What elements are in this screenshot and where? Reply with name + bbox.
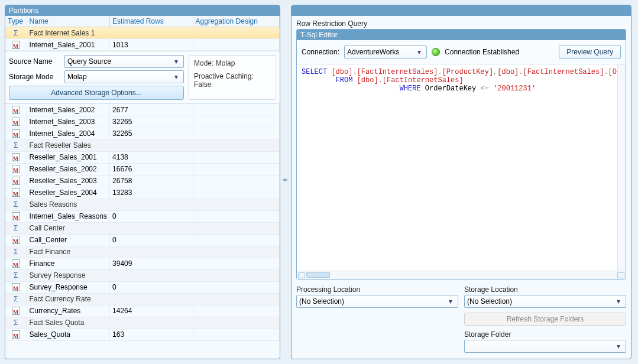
chevron-down-icon: ▾ <box>171 57 181 66</box>
cache-line: Proactive Caching: False <box>194 72 271 89</box>
processing-location-dropdown[interactable]: (No Selection) ▾ <box>296 295 458 308</box>
group-name: Sales Reasons <box>27 199 279 210</box>
table-row[interactable]: Internet_Sales_2001 1013 <box>5 39 280 51</box>
table-row[interactable]: Reseller_Sales_200216676 <box>5 163 280 175</box>
group-row[interactable]: ΣSurvey Response <box>5 269 280 281</box>
molap-icon <box>12 259 20 268</box>
group-row[interactable]: ΣFact Sales Quota <box>5 317 280 329</box>
refresh-storage-folders-button[interactable]: Refresh Storage Folders <box>464 313 626 326</box>
preview-query-button[interactable]: Preview Query <box>559 45 621 59</box>
partition-rows: 2677 <box>110 104 193 116</box>
partition-rows: 1013 <box>110 39 193 51</box>
table-row[interactable]: Internet_Sales_Reasons0 <box>5 210 280 222</box>
table-row[interactable]: Internet_Sales_20022677 <box>5 104 280 116</box>
group-name: Fact Reseller Sales <box>27 139 279 151</box>
chevron-down-icon: ▾ <box>614 342 623 350</box>
chevron-down-icon: ▾ <box>446 297 455 306</box>
table-row[interactable]: Call_Center0 <box>5 234 280 246</box>
sigma-icon: Σ <box>14 200 18 209</box>
group-name: Fact Finance <box>27 246 279 258</box>
partition-rows: 32265 <box>110 116 193 128</box>
advanced-storage-button[interactable]: Advanced Storage Options... <box>9 86 184 100</box>
source-name-value: Query Source <box>67 57 111 66</box>
molap-icon <box>12 165 20 173</box>
partition-rows: 32265 <box>110 128 193 139</box>
molap-icon <box>12 212 20 220</box>
table-row[interactable]: Reseller_Sales_200413283 <box>5 187 280 199</box>
table-row[interactable]: Internet_Sales_200332265 <box>5 116 280 128</box>
storage-location-value: (No Selection) <box>467 297 512 306</box>
group-name: Fact Currency Rate <box>27 293 279 305</box>
group-row[interactable]: ΣCall Center <box>5 222 280 234</box>
group-row[interactable]: ΣSales Reasons <box>5 199 280 210</box>
col-type[interactable]: Type <box>5 16 27 27</box>
group-name: Call Center <box>27 222 279 234</box>
partition-name: Internet_Sales_2001 <box>27 39 109 51</box>
col-agg[interactable]: Aggregation Design <box>193 16 279 27</box>
partition-name: Internet_Sales_Reasons <box>27 210 109 222</box>
group-name: Survey Response <box>27 269 279 281</box>
source-name-label: Source Name <box>9 57 61 66</box>
group-name: Fact Internet Sales 1 <box>27 27 279 39</box>
partition-detail: Source Name Query Source ▾ Storage Mode … <box>5 51 280 104</box>
partition-name: Reseller_Sales_2004 <box>27 187 109 199</box>
partition-name: Currency_Rates <box>27 305 109 317</box>
partition-name: Call_Center <box>27 234 109 246</box>
splitter-handle[interactable]: ◂▸ <box>282 176 288 186</box>
molap-icon <box>12 41 20 49</box>
horizontal-scrollbar[interactable] <box>297 271 626 279</box>
col-name[interactable]: Name <box>27 16 109 27</box>
partition-rows: 0 <box>110 281 193 293</box>
sigma-icon: Σ <box>14 29 18 37</box>
partition-name: Reseller_Sales_2002 <box>27 163 109 175</box>
partition-name: Reseller_Sales_2001 <box>27 151 109 163</box>
molap-icon <box>12 177 20 185</box>
connection-label: Connection: <box>302 48 339 56</box>
partition-rows: 14264 <box>110 305 193 317</box>
sigma-icon: Σ <box>14 248 18 256</box>
source-name-dropdown[interactable]: Query Source ▾ <box>64 55 184 68</box>
partition-rows: 4138 <box>110 151 193 163</box>
molap-icon <box>12 129 20 138</box>
partitions-panel: Partitions Type Name Estimated Rows Aggr… <box>5 5 280 359</box>
partition-name: Internet_Sales_2003 <box>27 116 109 128</box>
molap-icon <box>12 330 20 339</box>
group-row[interactable]: ΣFact Finance <box>5 246 280 258</box>
molap-icon <box>12 106 20 114</box>
storage-location-dropdown[interactable]: (No Selection) ▾ <box>464 295 626 308</box>
partition-name: Reseller_Sales_2003 <box>27 175 109 187</box>
sql-text-area[interactable]: SELECT [dbo].[FactInternetSales].[Produc… <box>297 64 626 271</box>
table-row[interactable]: Currency_Rates14264 <box>5 305 280 317</box>
table-row[interactable]: Internet_Sales_200432265 <box>5 128 280 139</box>
col-rows[interactable]: Estimated Rows <box>110 16 193 27</box>
partition-name: Internet_Sales_2002 <box>27 104 109 116</box>
partitions-title: Partitions <box>5 5 280 16</box>
table-row[interactable]: Survey_Response0 <box>5 281 280 293</box>
storage-folder-dropdown[interactable]: ▾ <box>464 340 626 353</box>
partition-rows: 39409 <box>110 258 193 269</box>
editor-title: T-Sql Editor <box>297 30 626 40</box>
table-row[interactable]: Finance39409 <box>5 258 280 269</box>
storage-folder-label: Storage Folder <box>464 330 626 339</box>
chevron-down-icon: ▾ <box>171 73 181 81</box>
sigma-icon: Σ <box>14 318 18 327</box>
partition-name: Internet_Sales_2004 <box>27 128 109 139</box>
group-row[interactable]: Σ Fact Internet Sales 1 <box>5 27 280 39</box>
mode-line: Mode: Molap <box>194 59 271 67</box>
connection-value: AdventureWorks <box>347 48 399 56</box>
table-row[interactable]: Sales_Quota163 <box>5 329 280 340</box>
storage-mode-dropdown[interactable]: Molap ▾ <box>64 70 184 83</box>
partition-rows: 13283 <box>110 187 193 199</box>
connection-dropdown[interactable]: AdventureWorks ▾ <box>344 46 427 58</box>
table-row[interactable]: Reseller_Sales_200326758 <box>5 175 280 187</box>
partition-name: Sales_Quota <box>27 329 109 340</box>
partitions-grid: Type Name Estimated Rows Aggregation Des… <box>5 16 280 51</box>
query-panel: Row Restriction Query T-Sql Editor Conne… <box>291 5 631 359</box>
group-row[interactable]: ΣFact Reseller Sales <box>5 139 280 151</box>
partition-rows: 163 <box>110 329 193 340</box>
chevron-down-icon: ▾ <box>414 48 424 56</box>
group-row[interactable]: ΣFact Currency Rate <box>5 293 280 305</box>
vertical-scrollbar[interactable] <box>617 64 626 279</box>
sigma-icon: Σ <box>14 271 18 280</box>
table-row[interactable]: Reseller_Sales_20014138 <box>5 151 280 163</box>
